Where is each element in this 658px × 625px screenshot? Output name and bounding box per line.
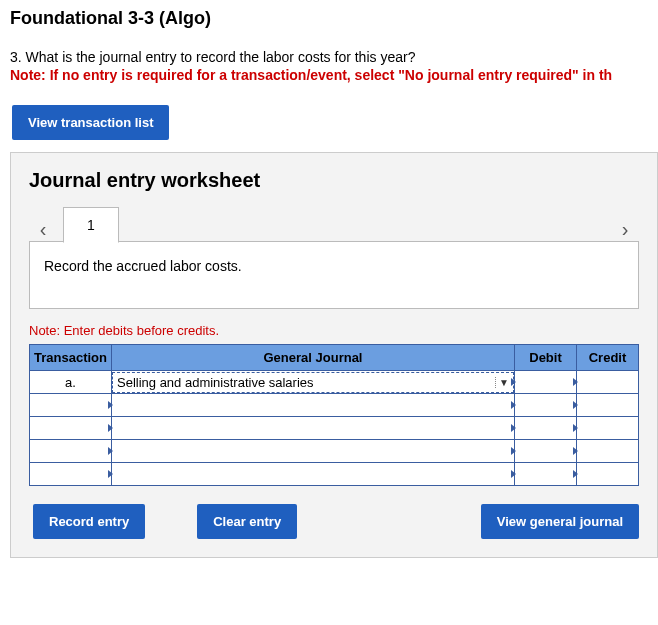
table-row — [30, 463, 639, 486]
cell-debit[interactable] — [515, 371, 577, 394]
note-required: Note: If no entry is required for a tran… — [10, 67, 658, 83]
table-row — [30, 440, 639, 463]
journal-table: Transaction General Journal Debit Credit… — [29, 344, 639, 486]
tab-1[interactable]: 1 — [63, 207, 119, 243]
debits-before-credits-note: Note: Enter debits before credits. — [29, 323, 639, 338]
cell-debit[interactable] — [515, 417, 577, 440]
tick-icon — [511, 378, 516, 386]
cell-credit[interactable] — [577, 417, 639, 440]
tick-icon — [511, 401, 516, 409]
cell-general-journal[interactable] — [112, 394, 515, 417]
header-credit: Credit — [577, 345, 639, 371]
cell-general-journal[interactable]: Selling and administrative salaries ▼ — [112, 371, 515, 394]
tick-icon — [573, 470, 578, 478]
cell-general-journal[interactable] — [112, 463, 515, 486]
chevron-left-icon[interactable]: ‹ — [29, 218, 57, 241]
cell-debit[interactable] — [515, 463, 577, 486]
cell-debit[interactable] — [515, 394, 577, 417]
dropdown-arrow-icon[interactable]: ▼ — [495, 377, 509, 388]
view-transaction-list-button[interactable]: View transaction list — [12, 105, 169, 140]
cell-transaction — [30, 463, 112, 486]
table-row — [30, 394, 639, 417]
cell-transaction: a. — [30, 371, 112, 394]
tick-icon — [573, 447, 578, 455]
table-row: a. Selling and administrative salaries ▼ — [30, 371, 639, 394]
journal-entry-worksheet: Journal entry worksheet ‹ 1 › Record the… — [10, 152, 658, 558]
header-debit: Debit — [515, 345, 577, 371]
cell-credit[interactable] — [577, 440, 639, 463]
table-row — [30, 417, 639, 440]
cell-transaction — [30, 440, 112, 463]
clear-entry-button[interactable]: Clear entry — [197, 504, 297, 539]
cell-transaction — [30, 417, 112, 440]
worksheet-title: Journal entry worksheet — [29, 169, 639, 192]
tick-icon — [573, 378, 578, 386]
cell-general-journal[interactable] — [112, 417, 515, 440]
page-title: Foundational 3-3 (Algo) — [10, 8, 658, 29]
instruction-box: Record the accrued labor costs. — [29, 242, 639, 309]
cell-credit[interactable] — [577, 394, 639, 417]
record-entry-button[interactable]: Record entry — [33, 504, 145, 539]
tick-icon — [108, 470, 113, 478]
tick-icon — [573, 424, 578, 432]
tick-icon — [108, 447, 113, 455]
question-text: 3. What is the journal entry to record t… — [10, 49, 658, 65]
tab-row: ‹ 1 › — [29, 206, 639, 242]
cell-transaction — [30, 394, 112, 417]
cell-credit[interactable] — [577, 463, 639, 486]
header-general-journal: General Journal — [112, 345, 515, 371]
tick-icon — [573, 401, 578, 409]
gj-selected-text: Selling and administrative salaries — [117, 375, 495, 390]
tick-icon — [511, 470, 516, 478]
tick-icon — [108, 424, 113, 432]
button-row: Record entry Clear entry View general jo… — [29, 504, 639, 539]
header-transaction: Transaction — [30, 345, 112, 371]
cell-general-journal[interactable] — [112, 440, 515, 463]
tick-icon — [511, 424, 516, 432]
tick-icon — [511, 447, 516, 455]
chevron-right-icon[interactable]: › — [611, 218, 639, 241]
tick-icon — [108, 401, 113, 409]
cell-credit[interactable] — [577, 371, 639, 394]
cell-debit[interactable] — [515, 440, 577, 463]
view-general-journal-button[interactable]: View general journal — [481, 504, 639, 539]
